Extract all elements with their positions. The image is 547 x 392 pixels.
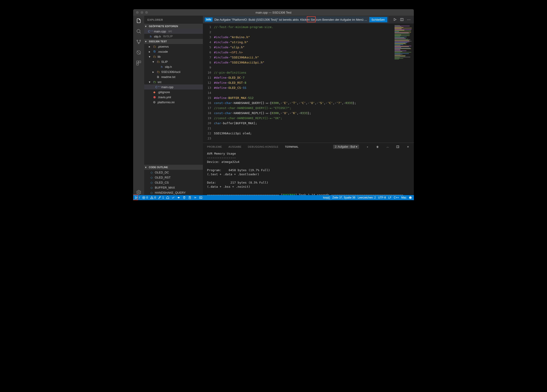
panel-tab[interactable]: AUSGABE: [228, 145, 241, 148]
tree-item[interactable]: ▾🗀lib: [144, 54, 203, 59]
svg-point-19: [410, 197, 411, 197]
tree-item[interactable]: ▸🗀SSD1306Ascii: [144, 69, 203, 74]
git-branch-status[interactable]: /: [135, 196, 140, 199]
svg-point-2: [140, 40, 141, 41]
extensions-icon[interactable]: [136, 60, 142, 66]
feedback-icon[interactable]: [409, 196, 412, 199]
zoom-dot[interactable]: [145, 11, 148, 14]
pio-terminal-icon[interactable]: [199, 196, 202, 199]
terminal-output[interactable]: AVR Memory Usage----------------Device: …: [203, 151, 414, 195]
encoding-status[interactable]: UTF-8: [378, 196, 386, 199]
editor-title-actions: ⋯: [390, 17, 414, 22]
svg-rect-10: [397, 146, 399, 148]
pio-home-icon[interactable]: [166, 196, 169, 199]
tree-item[interactable]: ▾🗀src: [144, 79, 203, 84]
notification-message: Die Aufgabe "PlatformIO: Build (SSD1306 …: [214, 18, 367, 21]
svg-point-8: [138, 192, 139, 193]
bottom-panel: PROBLEMEAUSGABEDEBUGGING-KONSOLETERMINAL…: [203, 143, 414, 195]
svg-point-12: [136, 198, 136, 199]
close-dot[interactable]: [136, 11, 139, 14]
activity-bar: [133, 16, 144, 195]
file-tree: ▸🗀.pioenvs▸⧉.vscode▾🗀lib▾🗀SLIPhslip.h▸🗀S…: [144, 44, 203, 105]
tree-item[interactable]: ▸🗀.pioenvs: [144, 44, 203, 49]
svg-point-1: [137, 40, 138, 41]
outline-item[interactable]: ◇HANDSHAKE_QUERY: [144, 190, 203, 195]
outline-header[interactable]: ▾CODE OUTLINE: [144, 165, 203, 170]
os-status[interactable]: Mac: [401, 196, 406, 199]
tree-item[interactable]: C⁺⁺main.cpp: [144, 84, 203, 89]
notification-close-button[interactable]: Schließen: [369, 17, 387, 22]
tree-item[interactable]: ⚙platformio.ini: [144, 100, 203, 105]
code-editor[interactable]: 1234567891011121314151617181920212223 //…: [203, 24, 414, 143]
tree-item[interactable]: ◆.gitignore: [144, 89, 203, 95]
run-icon[interactable]: [393, 18, 397, 21]
panel-layout-icon[interactable]: [396, 145, 400, 148]
notification: Info Die Aufgabe "PlatformIO: Build (SSD…: [203, 16, 389, 23]
tree-item[interactable]: ▾🗀SLIP: [144, 59, 203, 64]
window-controls: [136, 11, 148, 14]
open-editor-item[interactable]: hslip.hlib/SLIP: [144, 34, 203, 39]
tree-item[interactable]: ▸⧉.vscode: [144, 49, 203, 54]
outline-item[interactable]: ◇OLED_CS: [144, 180, 203, 185]
svg-rect-7: [137, 63, 138, 65]
outline-item[interactable]: ◇BUFFER_MAX: [144, 185, 203, 190]
warnings-status[interactable]: 0: [150, 196, 156, 199]
pio-serial-icon[interactable]: [194, 196, 197, 199]
pio-clean-icon[interactable]: [183, 196, 186, 199]
status-bar: / 0 0 1 loop() Zeile 37, Spalte 36 Leerz…: [133, 195, 414, 200]
outline-item[interactable]: ◇OLED_DC: [144, 170, 203, 175]
kill-terminal-icon[interactable]: 🗑: [376, 145, 379, 148]
tree-item[interactable]: hslip.h: [144, 64, 203, 69]
minimize-dot[interactable]: [141, 11, 143, 14]
open-editors-header[interactable]: ▾GEÖFFNETE EDITOREN: [144, 24, 203, 29]
files-icon[interactable]: [136, 18, 142, 23]
tree-item[interactable]: 🗎readme.txt: [144, 74, 203, 79]
svg-rect-6: [139, 61, 141, 63]
eol-status[interactable]: LF: [388, 196, 391, 199]
panel-tab[interactable]: TERMINAL: [285, 145, 299, 148]
tree-item[interactable]: ⬣.travis.yml: [144, 95, 203, 100]
editor-header: Info Die Aufgabe "PlatformIO: Build (SSD…: [203, 16, 414, 24]
title-bar[interactable]: main.cpp — SSD1306 Test: [133, 9, 414, 16]
errors-status[interactable]: 0: [142, 196, 148, 199]
split-editor-icon[interactable]: [400, 18, 404, 21]
current-function[interactable]: loop(): [323, 196, 330, 199]
svg-point-0: [137, 29, 140, 33]
svg-point-17: [409, 196, 412, 199]
more-icon[interactable]: ⋯: [407, 17, 410, 22]
git-icon[interactable]: [136, 39, 142, 45]
open-editor-item[interactable]: C⁺⁺main.cppsrc: [144, 29, 203, 34]
svg-point-13: [137, 197, 137, 197]
outline-list: ◇OLED_DC◇OLED_RST◇OLED_CS◇BUFFER_MAX◇HAN…: [144, 170, 203, 195]
project-header[interactable]: ▾SSD1306 TEST: [144, 39, 203, 44]
window-title: main.cpp — SSD1306 Test: [133, 11, 414, 14]
pio-upload-icon[interactable]: [177, 196, 180, 199]
open-editors-list: C⁺⁺main.cppsrchslip.hlib/SLIP: [144, 29, 203, 39]
panel-tab[interactable]: DEBUGGING-KONSOLE: [248, 145, 279, 148]
tasks-status[interactable]: 1: [158, 196, 164, 199]
panel-up-icon[interactable]: ︿: [386, 145, 390, 149]
new-terminal-icon[interactable]: ＋: [365, 145, 369, 149]
info-badge: Info: [205, 17, 212, 22]
svg-rect-16: [200, 197, 202, 199]
pio-test-icon[interactable]: [188, 196, 191, 199]
language-status[interactable]: C++: [394, 196, 399, 199]
outline-item[interactable]: ◇OLED_RST: [144, 175, 203, 180]
editor-region: Info Die Aufgabe "PlatformIO: Build (SSD…: [203, 16, 414, 195]
indent-status[interactable]: Leerzeichen: 2: [358, 196, 376, 199]
settings-gear-icon[interactable]: [136, 190, 142, 195]
explorer-sidebar: EXPLORER ▾GEÖFFNETE EDITOREN C⁺⁺main.cpp…: [144, 16, 203, 195]
vscode-window: main.cpp — SSD1306 Test EXPLORER ▾GEÖFFN…: [133, 9, 414, 200]
line-gutter: 1234567891011121314151617181920212223: [203, 24, 214, 143]
terminal-selector[interactable]: 2: Aufgabe - Buil ▾: [333, 145, 359, 149]
panel-tab[interactable]: PROBLEME: [207, 145, 222, 148]
cursor-position[interactable]: Zeile 37, Spalte 36: [332, 196, 356, 199]
minimap[interactable]: [394, 24, 414, 143]
code-content[interactable]: //·Test·for·minimum·program·size. #inclu…: [214, 24, 394, 143]
svg-point-18: [410, 197, 410, 197]
svg-point-3: [138, 43, 139, 44]
debug-icon[interactable]: [136, 50, 142, 55]
pio-build-icon[interactable]: [171, 196, 175, 199]
search-icon[interactable]: [136, 28, 142, 34]
panel-close-icon[interactable]: ✕: [406, 145, 410, 148]
